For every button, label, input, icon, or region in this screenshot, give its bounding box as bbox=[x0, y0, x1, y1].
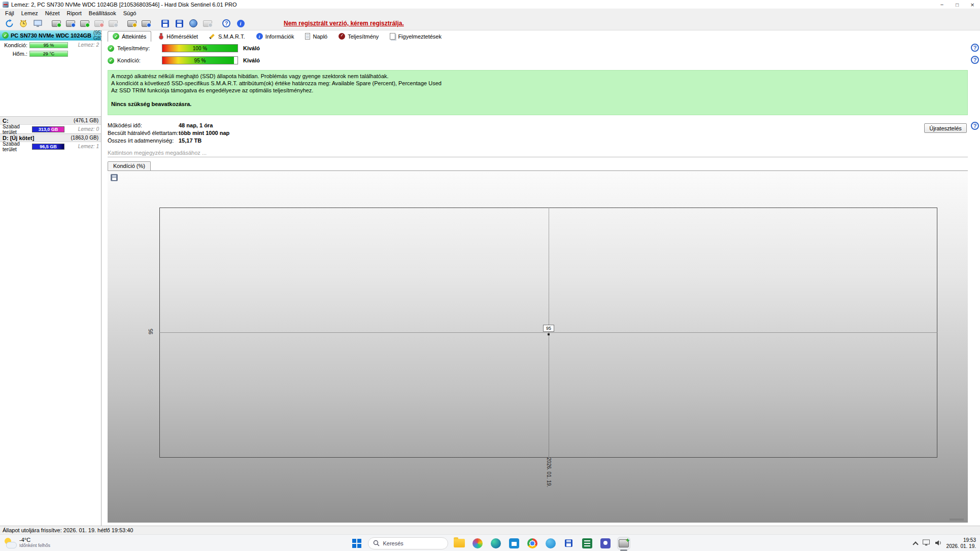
condition-label: Kondíció: bbox=[1, 42, 29, 48]
performance-rating: Kiváló bbox=[243, 45, 260, 51]
taskbar-file-explorer[interactable] bbox=[452, 535, 466, 551]
gauge-icon bbox=[339, 33, 345, 40]
taskbar-tray: 19:53 2026. 01. 19. bbox=[914, 535, 976, 551]
clock-time: 19:53 bbox=[947, 537, 976, 543]
graph-scrollbar-grip[interactable] bbox=[950, 519, 964, 521]
retest-button[interactable]: Újratesztelés bbox=[924, 123, 967, 133]
taskbar-search[interactable]: Keresés bbox=[368, 537, 448, 549]
taskbar-store[interactable] bbox=[507, 535, 521, 551]
save-report-icon[interactable] bbox=[158, 18, 172, 29]
statusbar: Állapot utoljára frissítve: 2026. 01. 19… bbox=[0, 526, 980, 534]
volume-icon[interactable] bbox=[935, 540, 942, 547]
alarm-clock-icon[interactable] bbox=[17, 18, 30, 29]
start-button[interactable] bbox=[350, 535, 364, 551]
chrome-icon bbox=[527, 538, 537, 548]
status-text: Állapot utoljára frissítve: 2026. 01. 19… bbox=[3, 527, 133, 533]
document-icon bbox=[305, 33, 310, 40]
info-icon[interactable] bbox=[234, 18, 247, 29]
taskbar-clock[interactable]: 19:53 2026. 01. 19. bbox=[947, 537, 976, 549]
photos-icon bbox=[472, 538, 483, 548]
menu-file[interactable]: Fájl bbox=[2, 10, 18, 16]
minimize-button[interactable] bbox=[934, 0, 950, 9]
graph-data-point bbox=[548, 333, 550, 335]
help-icon-condition[interactable] bbox=[971, 56, 979, 64]
taskbar-spreadsheet[interactable] bbox=[580, 535, 594, 551]
tab-temperature[interactable]: Hőmérséklet bbox=[152, 31, 203, 42]
menu-view[interactable]: Nézet bbox=[42, 10, 63, 16]
disk-icon-1[interactable] bbox=[107, 18, 120, 29]
help-icon[interactable] bbox=[220, 18, 233, 29]
condition-value: 95 % bbox=[162, 57, 238, 64]
toolbar-separator bbox=[45, 18, 49, 29]
close-button[interactable] bbox=[965, 0, 980, 9]
graph-x-date-label: 2026. 01. 19. bbox=[546, 458, 552, 487]
taskbar-center: Keresés bbox=[350, 535, 631, 551]
refresh-icon[interactable] bbox=[3, 18, 16, 29]
sidebar-spacer bbox=[0, 58, 101, 116]
save-icon[interactable] bbox=[173, 18, 186, 29]
free-space-label: Szabad terület bbox=[3, 124, 32, 135]
menu-report[interactable]: Riport bbox=[63, 10, 85, 16]
disk-search-icon[interactable] bbox=[64, 18, 77, 29]
tab-alerts[interactable]: Figyelmeztetések bbox=[385, 31, 447, 42]
window-title: Lemez: 2, PC SN730 NVMe WDC 1024GB [2105… bbox=[11, 2, 237, 8]
graph-tabstrip: Kondíció (%) bbox=[108, 161, 968, 170]
weather-icon bbox=[4, 537, 16, 548]
stats-block: Működési idő: 48 nap, 1 óra Becsült hátr… bbox=[108, 121, 968, 144]
condition-label: Kondíció: bbox=[117, 57, 162, 63]
taskbar-chrome[interactable] bbox=[525, 535, 539, 551]
monitor-icon[interactable] bbox=[31, 18, 44, 29]
menu-help[interactable]: Súgó bbox=[120, 10, 140, 16]
graph-save-icon[interactable] bbox=[111, 174, 118, 181]
weather-widget[interactable]: -4°C Időnként felhős bbox=[4, 537, 50, 548]
comment-field[interactable]: Kattintson megjegyzés megadásához ... bbox=[108, 149, 968, 157]
performance-value: 100 % bbox=[162, 45, 238, 52]
network-icon[interactable] bbox=[922, 539, 930, 547]
taskbar-teams[interactable] bbox=[598, 535, 613, 551]
taskbar-edge[interactable] bbox=[489, 535, 503, 551]
partition-name: D: [Új kötet] bbox=[3, 135, 34, 141]
warning-pages-icon bbox=[390, 33, 395, 40]
taskbar: -4°C Időnként felhős Keresés bbox=[0, 534, 980, 551]
thermometer-icon bbox=[157, 33, 164, 40]
tab-log[interactable]: Napló bbox=[300, 31, 332, 42]
disk-shield-icon[interactable] bbox=[140, 18, 153, 29]
help-icon-stats[interactable] bbox=[971, 122, 979, 130]
toolbar-separator bbox=[121, 18, 124, 29]
device-icon[interactable] bbox=[201, 18, 214, 29]
taskbar-app-blue[interactable] bbox=[544, 535, 558, 551]
taskbar-save-app[interactable] bbox=[562, 535, 576, 551]
disk-test-icon[interactable] bbox=[50, 18, 63, 29]
tab-overview[interactable]: Áttekintés bbox=[108, 31, 151, 42]
hidden-icons-chevron-icon[interactable] bbox=[913, 541, 918, 547]
taskbar-hdsentinel[interactable] bbox=[617, 535, 631, 551]
stat-remaining-lifetime: Becsült hátralévő élettartam: több mint … bbox=[108, 129, 968, 136]
tab-label: Napló bbox=[313, 33, 327, 40]
disk-ok-icon[interactable] bbox=[78, 18, 91, 29]
teams-icon bbox=[600, 538, 611, 548]
performance-label: Teljesítmény: bbox=[117, 45, 162, 51]
help-icon-performance[interactable] bbox=[971, 44, 979, 52]
disk-error-icon[interactable] bbox=[92, 18, 106, 29]
disk-gear-icon[interactable] bbox=[125, 18, 139, 29]
taskbar-photos[interactable] bbox=[470, 535, 485, 551]
menu-disk[interactable]: Lemez bbox=[18, 10, 42, 16]
health-line-1: A mozgó alkatrész nélküli meghajtó (SSD)… bbox=[111, 73, 964, 80]
maximize-button[interactable] bbox=[950, 0, 965, 9]
disk-number-label: Lemez: 0 bbox=[78, 126, 99, 132]
save-app-icon bbox=[565, 539, 572, 547]
stat-label: Összes írt adatmennyiség: bbox=[108, 137, 179, 144]
tabstrip: Áttekintés Hőmérséklet S.M.A.R.T. Inform… bbox=[108, 30, 968, 42]
tab-label: Áttekintés bbox=[122, 33, 146, 40]
disk-ok-status-icon bbox=[2, 32, 9, 39]
check-icon bbox=[113, 33, 119, 40]
menu-settings[interactable]: Beállítások bbox=[85, 10, 120, 16]
graph-tab-condition[interactable]: Kondíció (%) bbox=[108, 161, 151, 170]
tab-smart[interactable]: S.M.A.R.T. bbox=[204, 31, 250, 42]
condition-bar: 95 % bbox=[162, 56, 238, 64]
tab-performance[interactable]: Teljesítmény bbox=[333, 31, 384, 42]
sidebar-disk-item[interactable]: PC SN730 NVMe WDC 1024GB (953,9 GB) bbox=[0, 30, 101, 41]
tab-information[interactable]: Információk bbox=[251, 31, 299, 42]
web-icon[interactable] bbox=[187, 18, 200, 29]
register-link[interactable]: Nem regisztrált verzió, kérem regisztrál… bbox=[284, 20, 404, 27]
